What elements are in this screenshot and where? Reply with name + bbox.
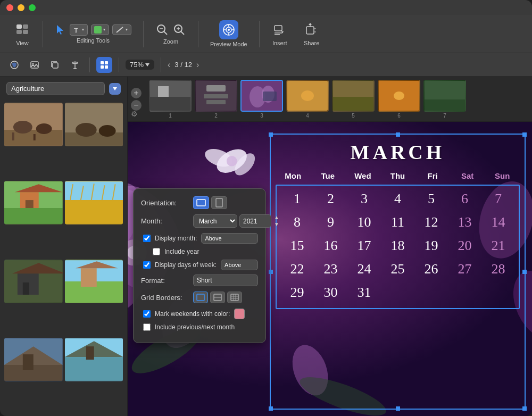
next-page-button[interactable]: ›: [196, 60, 199, 70]
category-select[interactable]: Agriculture Nature Architecture: [6, 82, 105, 95]
year-up-button[interactable]: ▲: [273, 214, 280, 221]
orientation-label: Orientation:: [141, 199, 189, 207]
orient-landscape-button[interactable]: [193, 196, 209, 209]
mark-weekends-label: Mark weekends with color:: [155, 310, 230, 318]
day-sun: Sun: [485, 169, 520, 182]
strip-zoom-out[interactable]: −: [131, 100, 142, 111]
display-month-checkbox[interactable]: [143, 235, 151, 242]
thumbnail-4[interactable]: 4: [286, 80, 329, 119]
svg-point-48: [36, 123, 52, 134]
calendar-days-header: Mon Tue Wed Thu Fri Sat Sun: [271, 167, 524, 185]
cal-date-16: 16: [314, 235, 347, 257]
include-prev-next-checkbox[interactable]: [143, 323, 151, 331]
insert-button[interactable]: Insert: [266, 18, 294, 49]
theme-icon[interactable]: [6, 57, 22, 73]
minimize-button[interactable]: [18, 4, 24, 11]
year-input[interactable]: [239, 214, 271, 228]
format-select[interactable]: Short Long Narrow: [193, 274, 258, 286]
svg-point-112: [227, 156, 237, 167]
cal-date-3: 3: [348, 188, 380, 210]
list-item[interactable]: [4, 181, 63, 224]
svg-rect-87: [206, 85, 226, 91]
list-item[interactable]: [65, 260, 123, 303]
cal-date-empty-3: ·: [448, 281, 481, 304]
view-icon: [14, 21, 31, 38]
svg-rect-119: [197, 199, 205, 206]
strip-settings-icon[interactable]: ⚙: [131, 110, 138, 118]
image-icon[interactable]: [27, 57, 43, 73]
svg-rect-0: [16, 24, 22, 29]
calendar-container[interactable]: MARCH Mon Tue Wed Thu Fri Sat Sun 1 2 3: [271, 135, 524, 408]
svg-rect-84: [150, 97, 190, 111]
format-label: Format:: [141, 277, 189, 285]
list-item[interactable]: [4, 260, 63, 303]
fullscreen-button[interactable]: [29, 4, 36, 11]
thumbnail-6[interactable]: 6: [378, 80, 420, 119]
month-select[interactable]: March January February April: [193, 214, 237, 228]
svg-rect-97: [333, 97, 373, 111]
display-days-row: Display days of week: Above Below: [141, 260, 258, 270]
copy-icon[interactable]: [47, 57, 63, 73]
grid-borders-row: Grid Borders:: [141, 292, 258, 303]
cal-date-1: 1: [281, 188, 313, 210]
close-button[interactable]: [6, 4, 13, 11]
svg-rect-24: [275, 26, 282, 31]
strip-zoom-in[interactable]: +: [131, 88, 142, 98]
display-month-position-select[interactable]: Above Below: [201, 233, 258, 244]
svg-marker-30: [309, 23, 312, 25]
grid-view-icon[interactable]: [96, 57, 112, 73]
cal-date-22: 22: [281, 258, 313, 280]
prev-page-button[interactable]: ‹: [168, 60, 170, 70]
svg-point-54: [98, 125, 115, 137]
border-style-2-button[interactable]: [210, 292, 225, 303]
orient-portrait-button[interactable]: [211, 196, 227, 209]
svg-marker-6: [82, 29, 84, 31]
svg-rect-34: [31, 62, 38, 68]
mark-weekends-checkbox[interactable]: [143, 310, 151, 318]
thumbnail-1[interactable]: 1: [149, 80, 192, 119]
list-item[interactable]: [65, 181, 123, 224]
traffic-lights: [6, 4, 36, 11]
cal-date-18: 18: [381, 235, 414, 257]
cal-date-23: 23: [314, 258, 347, 280]
cal-date-empty-2: ·: [415, 281, 447, 304]
svg-rect-93: [263, 91, 277, 101]
cal-date-24: 24: [348, 258, 380, 280]
sec-sep-2: [119, 57, 119, 72]
display-days-checkbox[interactable]: [143, 261, 151, 269]
list-item[interactable]: [65, 103, 123, 146]
include-prev-next-label: Include previous/next month: [155, 323, 235, 331]
include-year-checkbox[interactable]: [153, 248, 160, 255]
thumbnail-2[interactable]: 2: [195, 80, 237, 119]
include-year-row: Include year: [141, 248, 258, 255]
view-button[interactable]: View: [9, 18, 36, 49]
cal-date-31: 31: [348, 281, 380, 304]
border-style-3-button[interactable]: [227, 292, 242, 303]
text-icon[interactable]: [67, 57, 83, 73]
insert-icon: [271, 21, 288, 38]
share-button[interactable]: Share: [298, 18, 326, 49]
category-select-arrow[interactable]: [109, 83, 121, 95]
list-item[interactable]: [4, 338, 63, 381]
thumbnail-5[interactable]: 5: [332, 80, 375, 119]
svg-rect-101: [425, 99, 465, 111]
thumbnail-3[interactable]: 3: [240, 80, 283, 119]
thumb-num-3: 3: [260, 113, 263, 119]
cal-date-6: 6: [448, 188, 481, 210]
year-down-button[interactable]: ▼: [273, 221, 280, 228]
weekend-color-swatch[interactable]: [234, 309, 245, 319]
border-style-1-button[interactable]: [193, 292, 208, 303]
zoom-button[interactable]: Zoom: [150, 20, 192, 48]
preview-mode-button[interactable]: Preview Mode: [205, 17, 253, 51]
sec-sep-3: [161, 57, 161, 72]
zoom-control[interactable]: 75%: [126, 60, 154, 70]
sep-1: [43, 21, 43, 47]
calendar-month-header: MARCH: [271, 135, 524, 167]
list-item[interactable]: [65, 338, 123, 381]
display-days-position-select[interactable]: Above Below: [221, 260, 258, 270]
thumbnail-7[interactable]: 7: [423, 80, 466, 119]
svg-rect-42: [105, 65, 108, 69]
list-item[interactable]: [4, 103, 63, 146]
editing-tools-button[interactable]: T Editing Tools: [49, 21, 137, 47]
svg-point-53: [75, 123, 96, 137]
